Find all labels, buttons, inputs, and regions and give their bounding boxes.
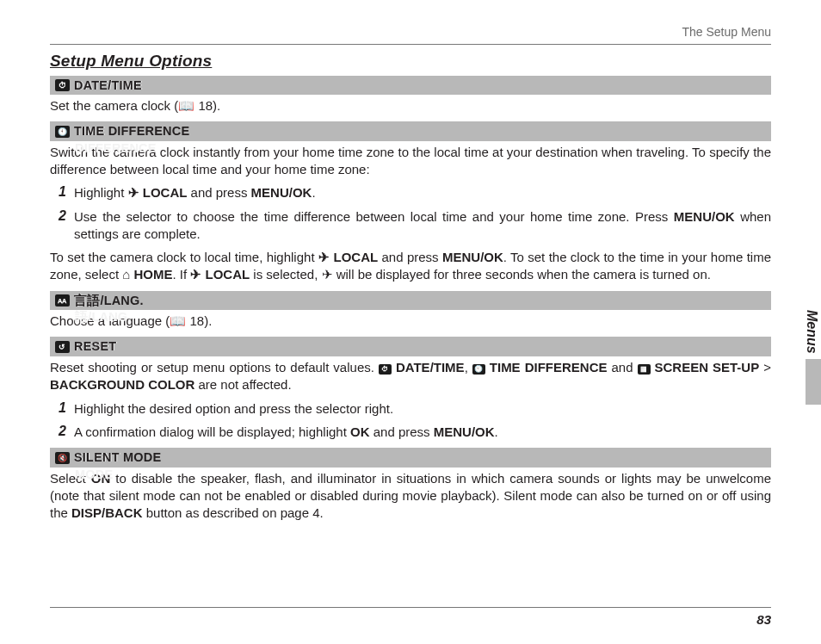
globe-clock-icon: 🕙 bbox=[472, 364, 485, 375]
step-1: 1 Highlight ✈ LOCAL and press MENU/OK. bbox=[59, 184, 771, 201]
plane-icon: ✈ bbox=[128, 185, 139, 200]
date-time-body: Set the camera clock (📖 18). bbox=[50, 97, 771, 115]
plane-icon: ✈ bbox=[318, 250, 330, 264]
header-rule bbox=[50, 44, 771, 45]
step-2: 2 Use the selector to choose the time di… bbox=[59, 208, 771, 244]
language-icon: ᴀᴀ bbox=[55, 294, 70, 307]
home-icon: ⌂ bbox=[122, 267, 130, 282]
plane-icon: ✈ bbox=[190, 267, 201, 282]
plane-icon: ✈ bbox=[322, 267, 333, 282]
side-tab-label: Menus bbox=[806, 310, 821, 359]
heading-language: ᴀᴀ 言語/LANG. bbox=[50, 291, 771, 311]
mute-icon: 🔇 bbox=[55, 452, 70, 464]
heading-language-label: 言語/LANG. bbox=[74, 293, 144, 310]
reset-body: Reset shooting or setup menu options to … bbox=[50, 359, 771, 441]
step-2: 2 A confirmation dialog will be displaye… bbox=[59, 424, 771, 441]
heading-reset: ↺ RESET bbox=[50, 337, 771, 356]
side-tab: Menus bbox=[806, 310, 821, 405]
clock-icon: ⏱ bbox=[379, 364, 392, 375]
heading-time-difference: 🕙 TIME DIFFERENCE bbox=[50, 121, 771, 141]
heading-reset-label: RESET bbox=[74, 338, 116, 356]
heading-time-difference-label: TIME DIFFERENCE bbox=[74, 123, 189, 140]
time-difference-body: Switch the camera clock instantly from y… bbox=[50, 144, 771, 284]
book-icon: 📖 bbox=[170, 313, 186, 328]
page-number: 83 bbox=[50, 611, 771, 629]
heading-date-time-label: DATE/TIME bbox=[74, 77, 142, 95]
reset-icon: ↺ bbox=[55, 341, 70, 353]
screen-icon: ▦ bbox=[638, 364, 651, 375]
heading-silent-mode-label: SILENT MODE bbox=[74, 449, 161, 467]
book-icon: 📖 bbox=[178, 98, 194, 113]
step-1: 1 Highlight the desired option and press… bbox=[59, 400, 771, 418]
language-body: Choose a language (📖 18). bbox=[50, 313, 771, 330]
clock-icon: ⏱ bbox=[55, 79, 70, 91]
globe-clock-icon: 🕙 bbox=[55, 126, 70, 138]
page-title: Setup Menu Options bbox=[50, 50, 771, 72]
heading-silent-mode: 🔇 SILENT MODE bbox=[50, 448, 771, 468]
heading-date-time: ⏱ DATE/TIME bbox=[50, 76, 771, 96]
footer: 83 bbox=[50, 607, 771, 629]
header-breadcrumb: The Setup Menu bbox=[50, 24, 771, 42]
side-tab-swatch bbox=[806, 359, 821, 405]
